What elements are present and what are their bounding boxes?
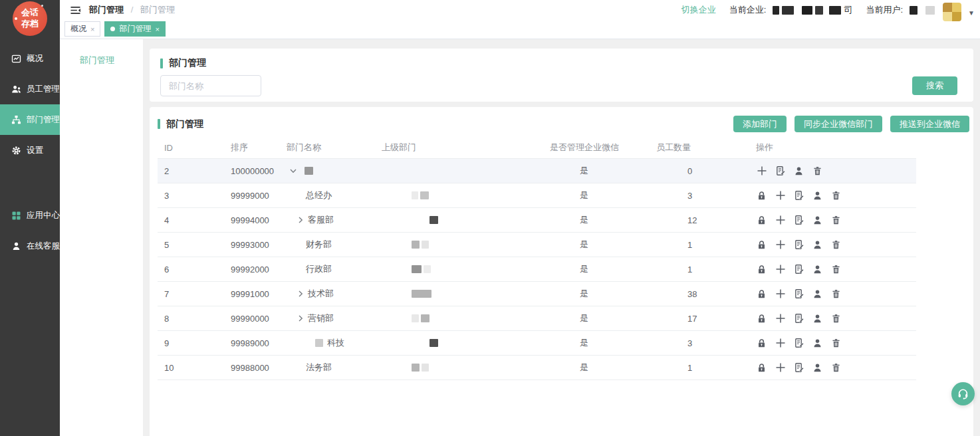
table-row[interactable]: 9 99989000 科技 是 3: [158, 331, 916, 356]
delete-department-icon[interactable]: [830, 264, 842, 275]
table-row[interactable]: 10 99988000 法务部 是 1: [158, 356, 916, 380]
delete-department-icon[interactable]: [830, 288, 842, 300]
active-tab-dot: [110, 27, 115, 31]
redacted-parent-name: [412, 364, 420, 372]
table-row[interactable]: 3 99999000 总经办 是 3: [158, 183, 916, 208]
lock-icon[interactable]: [756, 239, 767, 251]
tab-overview[interactable]: 概况 ×: [64, 21, 100, 37]
department-members-icon[interactable]: [812, 215, 823, 226]
customer-service-float-button[interactable]: [951, 382, 975, 405]
add-sub-department-icon[interactable]: [775, 338, 786, 349]
department-members-icon[interactable]: [812, 264, 823, 275]
search-button[interactable]: 搜索: [912, 76, 957, 95]
support-icon: [11, 241, 21, 251]
delete-department-icon[interactable]: [830, 313, 842, 324]
switch-company-link[interactable]: 切换企业: [681, 4, 716, 16]
edit-department-icon[interactable]: [793, 239, 804, 251]
sidebar-item-overview[interactable]: 概况: [0, 43, 60, 74]
sidebar-item-online-support[interactable]: 在线客服: [0, 231, 60, 261]
lock-icon[interactable]: [756, 362, 767, 374]
department-members-icon[interactable]: [812, 190, 823, 201]
cell-operations: [756, 338, 916, 349]
department-members-icon[interactable]: [812, 239, 823, 251]
app-root: 会话 存档 概况 员工管理 部门管理 设置 应用中心: [0, 0, 980, 436]
collapse-node-icon[interactable]: [289, 167, 297, 175]
edit-department-icon[interactable]: [793, 338, 804, 349]
department-members-icon[interactable]: [812, 313, 823, 324]
cell-id: 3: [164, 191, 231, 201]
add-sub-department-icon[interactable]: [775, 264, 786, 275]
delete-department-icon[interactable]: [830, 190, 842, 201]
expand-node-icon[interactable]: [297, 290, 305, 298]
edit-department-icon[interactable]: [793, 313, 804, 324]
add-sub-department-icon[interactable]: [775, 362, 786, 374]
table-row[interactable]: 4 99994000 客服部 是 12: [158, 208, 916, 233]
edit-department-icon[interactable]: [793, 264, 804, 275]
redacted-department-name: [305, 167, 313, 175]
submenu-item-department-management[interactable]: 部门管理: [60, 39, 143, 66]
add-sub-department-icon[interactable]: [775, 288, 786, 300]
expand-node-icon[interactable]: [297, 216, 305, 224]
tab-department-management[interactable]: 部门管理 ×: [104, 21, 165, 37]
logo-text-line1: 会话: [21, 7, 39, 19]
employees-icon: [11, 84, 21, 94]
close-tab-icon[interactable]: ×: [155, 25, 159, 33]
cell-operations: [756, 215, 916, 226]
add-sub-department-icon[interactable]: [775, 215, 786, 226]
department-members-icon[interactable]: [793, 165, 804, 177]
lock-icon[interactable]: [756, 338, 767, 349]
department-members-icon[interactable]: [812, 362, 823, 374]
add-sub-department-icon[interactable]: [775, 313, 786, 324]
lock-icon[interactable]: [756, 190, 767, 201]
edit-department-icon[interactable]: [793, 362, 804, 374]
add-department-button[interactable]: 添加部门: [733, 116, 787, 132]
table-row[interactable]: 7 99991000 技术部 是 38: [158, 282, 916, 306]
department-members-icon[interactable]: [812, 338, 823, 349]
delete-department-icon[interactable]: [830, 215, 842, 226]
delete-department-icon[interactable]: [830, 362, 842, 374]
edit-department-icon[interactable]: [793, 190, 804, 201]
lock-icon[interactable]: [756, 264, 767, 275]
cell-operations: [756, 264, 916, 275]
department-table-panel: 部门管理 添加部门 同步企业微信部门 推送到企业微信 ID 排序 部门名称: [150, 107, 973, 436]
table-row[interactable]: 5 99993000 财务部 是 1: [158, 233, 916, 257]
table-row[interactable]: 2 100000000 是 0: [158, 159, 916, 183]
cell-sort: 99994000: [231, 215, 287, 225]
cell-wecom-managed: 是: [550, 362, 656, 374]
lock-icon[interactable]: [756, 313, 767, 324]
expand-node-icon[interactable]: [297, 314, 305, 322]
sidebar-item-settings[interactable]: 设置: [0, 135, 60, 165]
department-members-icon[interactable]: [812, 288, 823, 300]
department-name: 技术部: [308, 288, 334, 300]
table-row[interactable]: 8 99990000 营销部 是 17: [158, 306, 916, 331]
sidebar-item-departments[interactable]: 部门管理: [0, 104, 60, 135]
sync-wecom-departments-button[interactable]: 同步企业微信部门: [795, 116, 882, 132]
cell-parent: [382, 364, 550, 372]
add-sub-department-icon[interactable]: [775, 239, 786, 251]
user-avatar[interactable]: [943, 3, 961, 21]
delete-department-icon[interactable]: [830, 338, 842, 349]
collapse-sidebar-icon[interactable]: [70, 5, 81, 15]
department-name-input[interactable]: [160, 75, 261, 96]
edit-department-icon[interactable]: [775, 165, 786, 177]
delete-department-icon[interactable]: [812, 165, 823, 177]
breadcrumb-item[interactable]: 部门管理: [89, 5, 124, 15]
lock-icon[interactable]: [756, 288, 767, 300]
cell-employee-count: 3: [656, 338, 756, 348]
delete-department-icon[interactable]: [830, 239, 842, 251]
add-sub-department-icon[interactable]: [775, 190, 786, 201]
sidebar-item-employees[interactable]: 员工管理: [0, 74, 60, 104]
cell-name: 营销部: [287, 312, 382, 324]
cell-wecom-managed: 是: [550, 288, 656, 300]
redacted-name-prefix: [315, 339, 323, 347]
close-tab-icon[interactable]: ×: [90, 25, 94, 33]
table-row[interactable]: 6 99992000 行政部 是 1: [158, 257, 916, 282]
lock-icon[interactable]: [756, 215, 767, 226]
push-to-wecom-button[interactable]: 推送到企业微信: [890, 116, 969, 132]
sidebar-item-app-center[interactable]: 应用中心: [0, 200, 60, 231]
cell-id: 10: [164, 363, 231, 373]
edit-department-icon[interactable]: [793, 288, 804, 300]
add-sub-department-icon[interactable]: [756, 165, 767, 177]
user-menu-caret-icon[interactable]: ▼: [968, 9, 975, 17]
edit-department-icon[interactable]: [793, 215, 804, 226]
